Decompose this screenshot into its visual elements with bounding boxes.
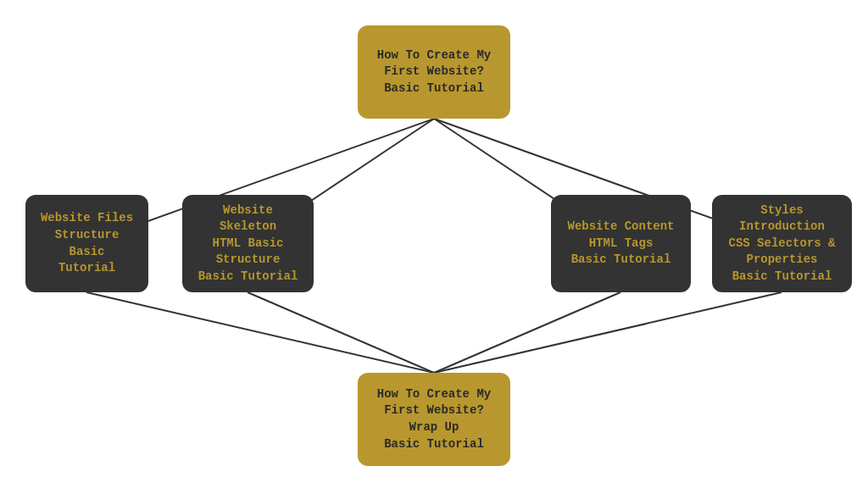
- node-center-left[interactable]: Website Skeleton HTML Basic Structure Ba…: [182, 195, 314, 292]
- node-center-right[interactable]: Website Content HTML Tags Basic Tutorial: [551, 195, 691, 292]
- svg-line-5: [248, 292, 434, 373]
- svg-line-6: [434, 292, 620, 373]
- node-top-label: How To Create My First Website? Basic Tu…: [377, 47, 491, 97]
- node-top[interactable]: How To Create My First Website? Basic Tu…: [358, 25, 510, 119]
- node-bottom-label: How To Create My First Website? Wrap Up …: [377, 386, 491, 452]
- diagram-container: How To Create My First Website? Basic Tu…: [0, 0, 868, 488]
- node-bottom[interactable]: How To Create My First Website? Wrap Up …: [358, 373, 510, 466]
- node-right-label: Styles Introduction CSS Selectors & Prop…: [728, 202, 835, 286]
- node-left-label: Website Files Structure Basic Tutorial: [37, 210, 136, 276]
- node-right[interactable]: Styles Introduction CSS Selectors & Prop…: [712, 195, 852, 292]
- node-center-right-label: Website Content HTML Tags Basic Tutorial: [567, 219, 674, 269]
- node-center-left-label: Website Skeleton HTML Basic Structure Ba…: [198, 202, 298, 286]
- svg-line-7: [434, 292, 782, 373]
- svg-line-4: [86, 292, 434, 373]
- node-left[interactable]: Website Files Structure Basic Tutorial: [25, 195, 148, 292]
